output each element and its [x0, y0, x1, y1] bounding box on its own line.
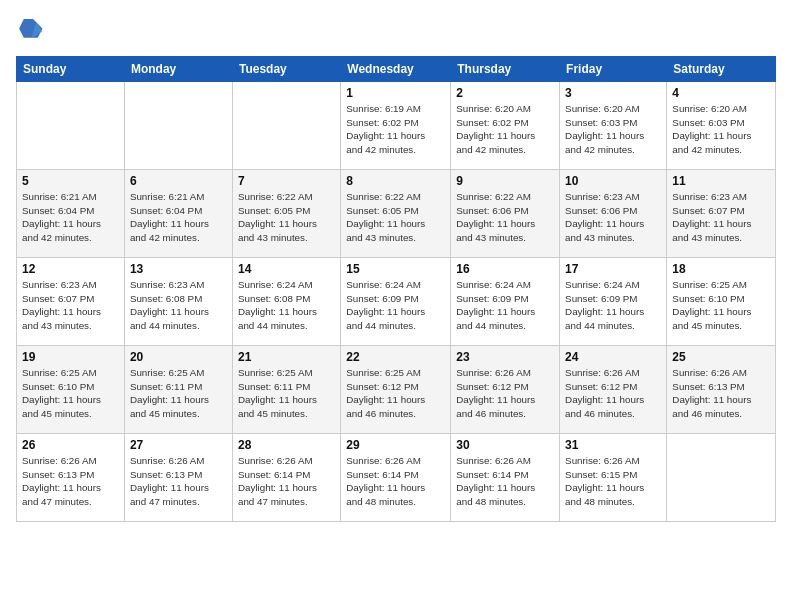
day-number: 17: [565, 262, 661, 276]
day-number: 6: [130, 174, 227, 188]
day-number: 24: [565, 350, 661, 364]
day-info: Sunrise: 6:25 AM Sunset: 6:12 PM Dayligh…: [346, 366, 445, 421]
day-info: Sunrise: 6:22 AM Sunset: 6:06 PM Dayligh…: [456, 190, 554, 245]
weekday-header-row: SundayMondayTuesdayWednesdayThursdayFrid…: [17, 57, 776, 82]
day-number: 18: [672, 262, 770, 276]
day-info: Sunrise: 6:25 AM Sunset: 6:10 PM Dayligh…: [672, 278, 770, 333]
day-number: 3: [565, 86, 661, 100]
day-info: Sunrise: 6:26 AM Sunset: 6:13 PM Dayligh…: [22, 454, 119, 509]
calendar-week-row: 26Sunrise: 6:26 AM Sunset: 6:13 PM Dayli…: [17, 434, 776, 522]
day-number: 9: [456, 174, 554, 188]
day-number: 20: [130, 350, 227, 364]
day-info: Sunrise: 6:26 AM Sunset: 6:14 PM Dayligh…: [456, 454, 554, 509]
weekday-header: Thursday: [451, 57, 560, 82]
day-info: Sunrise: 6:25 AM Sunset: 6:10 PM Dayligh…: [22, 366, 119, 421]
day-number: 7: [238, 174, 335, 188]
day-number: 16: [456, 262, 554, 276]
day-info: Sunrise: 6:26 AM Sunset: 6:14 PM Dayligh…: [238, 454, 335, 509]
calendar-cell: 11Sunrise: 6:23 AM Sunset: 6:07 PM Dayli…: [667, 170, 776, 258]
calendar-cell: 13Sunrise: 6:23 AM Sunset: 6:08 PM Dayli…: [124, 258, 232, 346]
calendar-cell: 10Sunrise: 6:23 AM Sunset: 6:06 PM Dayli…: [560, 170, 667, 258]
calendar-week-row: 1Sunrise: 6:19 AM Sunset: 6:02 PM Daylig…: [17, 82, 776, 170]
day-info: Sunrise: 6:21 AM Sunset: 6:04 PM Dayligh…: [22, 190, 119, 245]
calendar-cell: 21Sunrise: 6:25 AM Sunset: 6:11 PM Dayli…: [232, 346, 340, 434]
day-number: 28: [238, 438, 335, 452]
day-number: 21: [238, 350, 335, 364]
day-info: Sunrise: 6:23 AM Sunset: 6:06 PM Dayligh…: [565, 190, 661, 245]
calendar-cell: 15Sunrise: 6:24 AM Sunset: 6:09 PM Dayli…: [341, 258, 451, 346]
day-info: Sunrise: 6:24 AM Sunset: 6:08 PM Dayligh…: [238, 278, 335, 333]
day-number: 31: [565, 438, 661, 452]
calendar-cell: [124, 82, 232, 170]
day-info: Sunrise: 6:26 AM Sunset: 6:13 PM Dayligh…: [672, 366, 770, 421]
day-number: 14: [238, 262, 335, 276]
calendar-cell: [667, 434, 776, 522]
day-info: Sunrise: 6:23 AM Sunset: 6:08 PM Dayligh…: [130, 278, 227, 333]
calendar-cell: 20Sunrise: 6:25 AM Sunset: 6:11 PM Dayli…: [124, 346, 232, 434]
calendar-week-row: 12Sunrise: 6:23 AM Sunset: 6:07 PM Dayli…: [17, 258, 776, 346]
calendar-cell: [17, 82, 125, 170]
day-number: 5: [22, 174, 119, 188]
calendar-cell: 4Sunrise: 6:20 AM Sunset: 6:03 PM Daylig…: [667, 82, 776, 170]
day-info: Sunrise: 6:25 AM Sunset: 6:11 PM Dayligh…: [238, 366, 335, 421]
day-number: 13: [130, 262, 227, 276]
day-info: Sunrise: 6:23 AM Sunset: 6:07 PM Dayligh…: [672, 190, 770, 245]
day-number: 4: [672, 86, 770, 100]
day-info: Sunrise: 6:23 AM Sunset: 6:07 PM Dayligh…: [22, 278, 119, 333]
weekday-header: Wednesday: [341, 57, 451, 82]
calendar-cell: 1Sunrise: 6:19 AM Sunset: 6:02 PM Daylig…: [341, 82, 451, 170]
calendar-cell: 2Sunrise: 6:20 AM Sunset: 6:02 PM Daylig…: [451, 82, 560, 170]
calendar-cell: 31Sunrise: 6:26 AM Sunset: 6:15 PM Dayli…: [560, 434, 667, 522]
calendar-cell: 16Sunrise: 6:24 AM Sunset: 6:09 PM Dayli…: [451, 258, 560, 346]
day-number: 15: [346, 262, 445, 276]
day-number: 1: [346, 86, 445, 100]
page-header: [16, 16, 776, 44]
day-info: Sunrise: 6:26 AM Sunset: 6:12 PM Dayligh…: [456, 366, 554, 421]
day-number: 26: [22, 438, 119, 452]
calendar-cell: 8Sunrise: 6:22 AM Sunset: 6:05 PM Daylig…: [341, 170, 451, 258]
calendar-table: SundayMondayTuesdayWednesdayThursdayFrid…: [16, 56, 776, 522]
weekday-header: Monday: [124, 57, 232, 82]
logo: [16, 16, 48, 44]
day-info: Sunrise: 6:20 AM Sunset: 6:03 PM Dayligh…: [672, 102, 770, 157]
day-info: Sunrise: 6:25 AM Sunset: 6:11 PM Dayligh…: [130, 366, 227, 421]
calendar-cell: 26Sunrise: 6:26 AM Sunset: 6:13 PM Dayli…: [17, 434, 125, 522]
calendar-week-row: 19Sunrise: 6:25 AM Sunset: 6:10 PM Dayli…: [17, 346, 776, 434]
day-info: Sunrise: 6:20 AM Sunset: 6:02 PM Dayligh…: [456, 102, 554, 157]
day-number: 27: [130, 438, 227, 452]
day-info: Sunrise: 6:21 AM Sunset: 6:04 PM Dayligh…: [130, 190, 227, 245]
day-info: Sunrise: 6:26 AM Sunset: 6:12 PM Dayligh…: [565, 366, 661, 421]
calendar-cell: 27Sunrise: 6:26 AM Sunset: 6:13 PM Dayli…: [124, 434, 232, 522]
weekday-header: Friday: [560, 57, 667, 82]
day-number: 12: [22, 262, 119, 276]
day-info: Sunrise: 6:26 AM Sunset: 6:13 PM Dayligh…: [130, 454, 227, 509]
calendar-cell: 19Sunrise: 6:25 AM Sunset: 6:10 PM Dayli…: [17, 346, 125, 434]
calendar-cell: 17Sunrise: 6:24 AM Sunset: 6:09 PM Dayli…: [560, 258, 667, 346]
day-info: Sunrise: 6:22 AM Sunset: 6:05 PM Dayligh…: [238, 190, 335, 245]
day-info: Sunrise: 6:19 AM Sunset: 6:02 PM Dayligh…: [346, 102, 445, 157]
day-info: Sunrise: 6:24 AM Sunset: 6:09 PM Dayligh…: [565, 278, 661, 333]
calendar-cell: 9Sunrise: 6:22 AM Sunset: 6:06 PM Daylig…: [451, 170, 560, 258]
logo-icon: [16, 16, 44, 44]
calendar-cell: 18Sunrise: 6:25 AM Sunset: 6:10 PM Dayli…: [667, 258, 776, 346]
day-number: 25: [672, 350, 770, 364]
day-info: Sunrise: 6:24 AM Sunset: 6:09 PM Dayligh…: [456, 278, 554, 333]
calendar-cell: 24Sunrise: 6:26 AM Sunset: 6:12 PM Dayli…: [560, 346, 667, 434]
day-number: 8: [346, 174, 445, 188]
weekday-header: Saturday: [667, 57, 776, 82]
calendar-cell: 14Sunrise: 6:24 AM Sunset: 6:08 PM Dayli…: [232, 258, 340, 346]
day-number: 29: [346, 438, 445, 452]
calendar-cell: 23Sunrise: 6:26 AM Sunset: 6:12 PM Dayli…: [451, 346, 560, 434]
day-number: 10: [565, 174, 661, 188]
calendar-cell: 3Sunrise: 6:20 AM Sunset: 6:03 PM Daylig…: [560, 82, 667, 170]
day-number: 19: [22, 350, 119, 364]
day-info: Sunrise: 6:26 AM Sunset: 6:15 PM Dayligh…: [565, 454, 661, 509]
day-number: 23: [456, 350, 554, 364]
calendar-cell: 30Sunrise: 6:26 AM Sunset: 6:14 PM Dayli…: [451, 434, 560, 522]
calendar-cell: 6Sunrise: 6:21 AM Sunset: 6:04 PM Daylig…: [124, 170, 232, 258]
calendar-cell: 28Sunrise: 6:26 AM Sunset: 6:14 PM Dayli…: [232, 434, 340, 522]
calendar-cell: 7Sunrise: 6:22 AM Sunset: 6:05 PM Daylig…: [232, 170, 340, 258]
day-number: 2: [456, 86, 554, 100]
calendar-week-row: 5Sunrise: 6:21 AM Sunset: 6:04 PM Daylig…: [17, 170, 776, 258]
weekday-header: Tuesday: [232, 57, 340, 82]
